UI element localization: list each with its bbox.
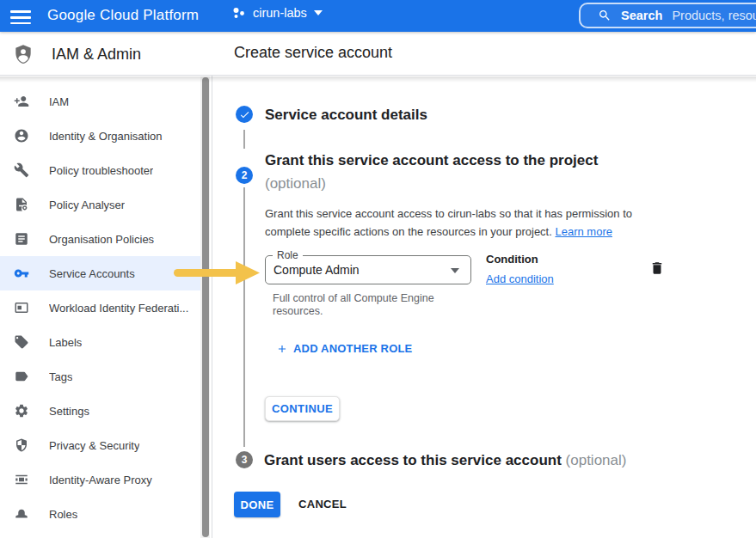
step3-title: Grant users access to this service accou… xyxy=(264,449,626,472)
role-field-label: Role xyxy=(273,249,303,261)
learn-more-link[interactable]: Learn more xyxy=(555,225,612,238)
role-helper-text: Full control of all Compute Engine resou… xyxy=(273,292,453,318)
project-name: cirun-labs xyxy=(253,6,307,20)
step3-number: 3 xyxy=(242,454,248,466)
sidebar-item-label: Roles xyxy=(49,508,77,521)
sidebar-item-settings[interactable]: Settings xyxy=(0,394,200,428)
add-another-role-button[interactable]: ADD ANOTHER ROLE xyxy=(276,342,413,355)
document-gear-icon xyxy=(14,197,29,212)
sidebar-item-label: Identity-Aware Proxy xyxy=(49,474,152,486)
sidebar-item-label: Privacy & Security xyxy=(49,439,139,452)
key-icon xyxy=(14,266,29,281)
sidebar-item-label: Settings xyxy=(49,405,89,418)
done-button[interactable]: DONE xyxy=(234,492,280,517)
search-input[interactable]: Search Products, resou xyxy=(579,3,756,28)
sidebar-item-label: IAM xyxy=(49,95,69,108)
step2-optional: (optional) xyxy=(265,175,326,192)
step1-complete-icon xyxy=(236,106,253,123)
condition-label: Condition xyxy=(486,253,538,266)
proxy-icon xyxy=(14,472,29,487)
search-placeholder: Products, resou xyxy=(672,9,756,22)
sidebar-item-label: Organisation Policies xyxy=(49,233,154,246)
sidebar-item-label: Policy Analyser xyxy=(49,199,125,211)
step2-number-badge: 2 xyxy=(236,167,253,184)
sidebar-item-tags[interactable]: Tags xyxy=(0,359,200,394)
step3-optional: (optional) xyxy=(566,452,627,468)
plus-icon xyxy=(276,343,288,355)
sidebar-item-labels[interactable]: Labels xyxy=(0,325,200,359)
cancel-button[interactable]: CANCEL xyxy=(298,498,347,510)
page-title: Create service account xyxy=(234,44,392,62)
step3-title-text: Grant users access to this service accou… xyxy=(264,452,562,468)
card-icon xyxy=(14,300,29,315)
article-icon xyxy=(14,231,29,247)
iam-shield-icon xyxy=(12,42,34,66)
person-add-icon xyxy=(14,94,29,109)
sidebar-item-label: Workload Identity Federati... xyxy=(49,302,188,315)
sidebar-item-privacy-security[interactable]: Privacy & Security xyxy=(0,428,200,462)
app-bar: Google Cloud Platform cirun-labs Search … xyxy=(0,0,756,32)
role-dropdown[interactable]: Role Compute Admin xyxy=(265,255,471,284)
sidebar-item-label: Identity & Organisation xyxy=(49,130,163,143)
delete-role-button[interactable] xyxy=(649,260,665,277)
section-header: IAM & Admin xyxy=(12,42,141,66)
sidebar-scrollbar[interactable] xyxy=(200,76,210,538)
project-selector[interactable]: cirun-labs xyxy=(232,6,323,20)
gear-icon xyxy=(14,403,29,419)
header-row: IAM & Admin Create service account xyxy=(0,32,756,76)
sidebar-item-iam[interactable]: IAM xyxy=(0,84,200,119)
add-another-role-label: ADD ANOTHER ROLE xyxy=(293,342,413,355)
sidebar-item-label: Service Accounts xyxy=(49,267,135,280)
sidebar-item-service-accounts[interactable]: Service Accounts xyxy=(0,256,200,290)
tag-icon xyxy=(14,369,29,384)
sidebar-item-organisation-policies[interactable]: Organisation Policies xyxy=(0,222,200,256)
account-circle-icon xyxy=(14,128,29,144)
role-selected-value: Compute Admin xyxy=(274,263,360,277)
shield-icon xyxy=(14,437,29,453)
step2-number: 2 xyxy=(242,169,248,181)
scrollbar-thumb[interactable] xyxy=(202,77,209,537)
search-icon xyxy=(598,9,612,22)
wrench-icon xyxy=(14,162,29,178)
sidebar-divider xyxy=(212,32,212,538)
sidebar-item-label: Labels xyxy=(49,336,82,349)
step2-description: Grant this service account access to cir… xyxy=(265,205,656,241)
check-icon xyxy=(239,109,250,120)
search-label: Search xyxy=(621,9,662,22)
continue-button[interactable]: CONTINUE xyxy=(265,396,340,421)
chevron-down-icon xyxy=(314,10,323,15)
sidebar-item-identity-aware-proxy[interactable]: Identity-Aware Proxy xyxy=(0,462,200,497)
create-service-account-panel: Service account details 2 Grant this ser… xyxy=(212,76,756,538)
pricetag-icon xyxy=(14,334,29,350)
sidebar-item-roles[interactable]: Roles xyxy=(0,497,200,531)
sidebar-item-workload-identity-federation[interactable]: Workload Identity Federati... xyxy=(0,290,200,325)
dropdown-arrow-icon xyxy=(451,268,459,273)
project-icon xyxy=(232,6,246,20)
step2-title-text: Grant this service account access to the… xyxy=(265,152,598,168)
sidebar-item-policy-troubleshooter[interactable]: Policy troubleshooter xyxy=(0,153,200,187)
section-title: IAM & Admin xyxy=(52,46,141,64)
sidebar-item-label: Tags xyxy=(49,370,72,383)
step2-title: Grant this service account access to the… xyxy=(265,149,598,195)
hat-icon xyxy=(14,506,29,522)
step-connector xyxy=(243,130,245,149)
sidebar-nav: IAM Identity & Organisation Policy troub… xyxy=(0,76,200,538)
product-logo[interactable]: Google Cloud Platform xyxy=(47,7,199,24)
step3-number-badge: 3 xyxy=(236,451,253,468)
menu-icon[interactable] xyxy=(10,7,31,24)
sidebar-item-identity-organisation[interactable]: Identity & Organisation xyxy=(0,119,200,153)
sidebar-item-label: Policy troubleshooter xyxy=(49,164,153,177)
step1-title: Service account details xyxy=(265,103,427,126)
trash-icon xyxy=(649,260,665,277)
step-connector xyxy=(243,187,245,447)
add-condition-link[interactable]: Add condition xyxy=(486,272,554,285)
sidebar-item-policy-analyser[interactable]: Policy Analyser xyxy=(0,187,200,222)
